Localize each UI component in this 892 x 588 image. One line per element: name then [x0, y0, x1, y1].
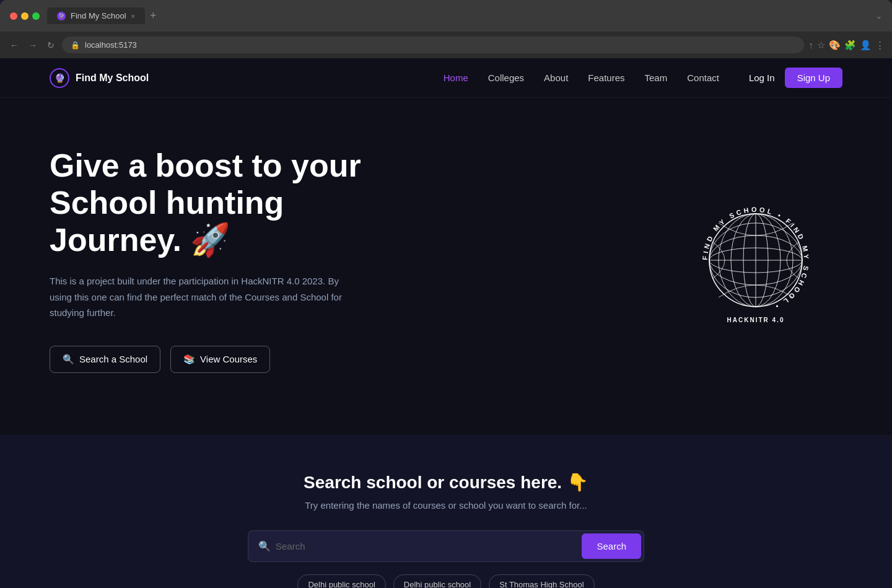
- active-tab[interactable]: 🔮 Find My School ×: [47, 7, 145, 24]
- nav-link-colleges: Colleges: [488, 72, 524, 83]
- ssl-lock-icon: 🔒: [71, 41, 80, 50]
- search-bar: 🔍 Search: [248, 530, 644, 562]
- hero-title: Give a boost to your School hunting Jour…: [50, 147, 421, 258]
- bookmark-icon[interactable]: ☆: [817, 40, 825, 51]
- nav-link-contact: Contact: [687, 72, 719, 83]
- browser-titlebar: 🔮 Find My School × + ⌄: [0, 0, 892, 32]
- nav-item-colleges[interactable]: Colleges: [488, 72, 524, 84]
- tab-dropdown-icon[interactable]: ⌄: [876, 12, 882, 20]
- logo-text: Find My School: [76, 72, 149, 84]
- search-school-button[interactable]: 🔍 Search a School: [50, 346, 160, 373]
- search-button[interactable]: Search: [582, 533, 641, 559]
- traffic-lights: [10, 12, 40, 20]
- nav-item-about[interactable]: About: [544, 72, 568, 84]
- nav-links: Home Colleges About Features Team Contac…: [444, 72, 719, 84]
- profile-icon[interactable]: 👤: [860, 40, 872, 51]
- chip-1[interactable]: Delhi public school: [393, 574, 481, 588]
- share-icon[interactable]: ↑: [809, 40, 814, 50]
- back-button[interactable]: ←: [7, 39, 21, 51]
- search-bar-icon: 🔍: [258, 540, 271, 552]
- search-school-label: Search a School: [79, 354, 147, 364]
- nav-item-features[interactable]: Features: [588, 72, 624, 84]
- login-button[interactable]: Log In: [749, 72, 775, 83]
- nav-item-home[interactable]: Home: [444, 72, 468, 84]
- maximize-window-button[interactable]: [32, 12, 40, 20]
- signup-button[interactable]: Sign Up: [785, 68, 842, 88]
- search-input[interactable]: [276, 541, 582, 551]
- menu-icon[interactable]: ⋮: [875, 40, 885, 51]
- navbar: 🔮 Find My School Home Colleges About Fea…: [0, 58, 892, 98]
- hero-subtitle: This is a project built under the partic…: [50, 273, 359, 321]
- browser-window: 🔮 Find My School × + ⌄ ← → ↻ 🔒 localhost…: [0, 0, 892, 588]
- tab-bar: 🔮 Find My School × +: [47, 7, 868, 24]
- view-courses-label: View Courses: [200, 354, 257, 364]
- nav-item-contact[interactable]: Contact: [687, 72, 719, 84]
- view-courses-button[interactable]: 📚 View Courses: [170, 346, 270, 373]
- hero-section: Give a boost to your School hunting Jour…: [0, 98, 892, 435]
- nav-link-team: Team: [645, 72, 668, 83]
- nav-link-about: About: [544, 72, 568, 83]
- browser-toolbar: ← → ↻ 🔒 localhost:5173 ↑ ☆ 🎨 🧩 👤 ⋮: [0, 32, 892, 58]
- chip-2[interactable]: St Thomas High School: [489, 574, 594, 588]
- nav-auth: Log In Sign Up: [749, 68, 842, 88]
- refresh-button[interactable]: ↻: [45, 39, 57, 51]
- address-text: localhost:5173: [85, 40, 137, 50]
- chip-0[interactable]: Delhi public school: [297, 574, 385, 588]
- search-section-subtitle: Try entering the names of courses or sch…: [50, 500, 842, 511]
- suggestion-chips-row1: Delhi public school Delhi public school …: [229, 574, 663, 588]
- hero-logo: FIND MY SCHOOL • FIND MY SCHOOL • HACKNI…: [694, 198, 818, 335]
- nav-item-team[interactable]: Team: [645, 72, 668, 84]
- logo[interactable]: 🔮 Find My School: [50, 68, 149, 88]
- search-school-icon: 🔍: [63, 354, 74, 365]
- address-bar[interactable]: 🔒 localhost:5173: [62, 37, 804, 53]
- tab-favicon: 🔮: [57, 12, 66, 20]
- search-section: Search school or courses here. 👇 Try ent…: [0, 435, 892, 588]
- toolbar-actions: ↑ ☆ 🎨 🧩 👤 ⋮: [809, 40, 885, 51]
- extensions-icon: 🧩: [844, 40, 856, 51]
- hero-content: Give a boost to your School hunting Jour…: [50, 147, 421, 373]
- nav-link-features: Features: [588, 72, 624, 83]
- tab-title: Find My School: [71, 11, 126, 20]
- forward-button[interactable]: →: [26, 39, 40, 51]
- close-window-button[interactable]: [10, 12, 17, 20]
- nav-link-home: Home: [444, 72, 468, 83]
- tab-close-button[interactable]: ×: [131, 12, 135, 20]
- website-content: 🔮 Find My School Home Colleges About Fea…: [0, 58, 892, 588]
- hero-buttons: 🔍 Search a School 📚 View Courses: [50, 346, 421, 373]
- color-picker-icon: 🎨: [829, 40, 841, 51]
- globe-svg: FIND MY SCHOOL • FIND MY SCHOOL • HACKNI…: [694, 198, 818, 328]
- logo-icon: 🔮: [50, 68, 69, 88]
- minimize-window-button[interactable]: [21, 12, 28, 20]
- new-tab-button[interactable]: +: [150, 9, 157, 22]
- svg-text:HACKNITR 4.0: HACKNITR 4.0: [727, 317, 785, 323]
- globe-graphic: FIND MY SCHOOL • FIND MY SCHOOL • HACKNI…: [694, 198, 818, 335]
- view-courses-icon: 📚: [183, 354, 195, 365]
- search-section-title: Search school or courses here. 👇: [50, 472, 842, 493]
